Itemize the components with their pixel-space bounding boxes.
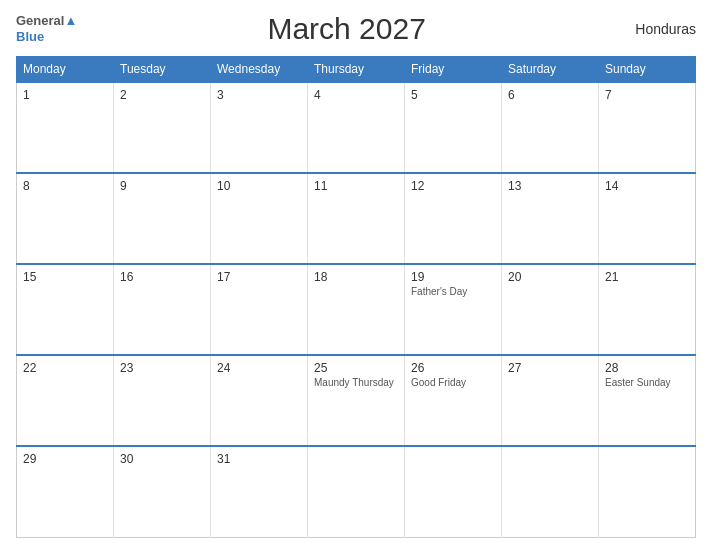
calendar-cell — [599, 446, 696, 537]
day-number: 18 — [314, 270, 398, 284]
calendar-cell — [308, 446, 405, 537]
day-number: 6 — [508, 88, 592, 102]
calendar-event: Maundy Thursday — [314, 377, 398, 388]
col-saturday: Saturday — [502, 57, 599, 83]
col-tuesday: Tuesday — [114, 57, 211, 83]
calendar-cell: 25Maundy Thursday — [308, 355, 405, 446]
calendar-cell: 18 — [308, 264, 405, 355]
calendar-cell: 30 — [114, 446, 211, 537]
day-number: 27 — [508, 361, 592, 375]
col-thursday: Thursday — [308, 57, 405, 83]
calendar-cell: 6 — [502, 82, 599, 173]
calendar-cell: 12 — [405, 173, 502, 264]
day-number: 11 — [314, 179, 398, 193]
calendar-cell: 11 — [308, 173, 405, 264]
day-number: 29 — [23, 452, 107, 466]
day-number: 30 — [120, 452, 204, 466]
day-number: 21 — [605, 270, 689, 284]
calendar-cell: 15 — [17, 264, 114, 355]
header: General▲ Blue March 2027 Honduras — [16, 12, 696, 46]
day-number: 14 — [605, 179, 689, 193]
calendar-event: Good Friday — [411, 377, 495, 388]
calendar-cell: 22 — [17, 355, 114, 446]
calendar-cell: 2 — [114, 82, 211, 173]
calendar-cell: 26Good Friday — [405, 355, 502, 446]
calendar-cell: 31 — [211, 446, 308, 537]
day-number: 13 — [508, 179, 592, 193]
week-row-2: 891011121314 — [17, 173, 696, 264]
col-wednesday: Wednesday — [211, 57, 308, 83]
calendar-cell: 23 — [114, 355, 211, 446]
day-number: 25 — [314, 361, 398, 375]
calendar-cell: 21 — [599, 264, 696, 355]
day-number: 24 — [217, 361, 301, 375]
day-number: 4 — [314, 88, 398, 102]
day-number: 12 — [411, 179, 495, 193]
calendar-cell: 3 — [211, 82, 308, 173]
calendar-cell: 19Father's Day — [405, 264, 502, 355]
country-label: Honduras — [616, 21, 696, 37]
day-number: 8 — [23, 179, 107, 193]
day-header-row: Monday Tuesday Wednesday Thursday Friday… — [17, 57, 696, 83]
day-number: 20 — [508, 270, 592, 284]
day-number: 19 — [411, 270, 495, 284]
week-row-3: 1516171819Father's Day2021 — [17, 264, 696, 355]
calendar-event: Father's Day — [411, 286, 495, 297]
col-friday: Friday — [405, 57, 502, 83]
calendar-cell: 9 — [114, 173, 211, 264]
day-number: 1 — [23, 88, 107, 102]
logo: General▲ Blue — [16, 13, 77, 44]
week-row-1: 1234567 — [17, 82, 696, 173]
calendar-cell: 24 — [211, 355, 308, 446]
day-number: 16 — [120, 270, 204, 284]
calendar-cell: 27 — [502, 355, 599, 446]
day-number: 28 — [605, 361, 689, 375]
calendar-cell: 16 — [114, 264, 211, 355]
calendar-cell: 5 — [405, 82, 502, 173]
day-number: 7 — [605, 88, 689, 102]
day-number: 23 — [120, 361, 204, 375]
day-number: 3 — [217, 88, 301, 102]
day-number: 31 — [217, 452, 301, 466]
page: General▲ Blue March 2027 Honduras Monday… — [0, 0, 712, 550]
calendar-cell: 1 — [17, 82, 114, 173]
day-number: 9 — [120, 179, 204, 193]
day-number: 5 — [411, 88, 495, 102]
day-number: 26 — [411, 361, 495, 375]
day-number: 22 — [23, 361, 107, 375]
day-number: 2 — [120, 88, 204, 102]
calendar-cell: 4 — [308, 82, 405, 173]
calendar-cell: 7 — [599, 82, 696, 173]
calendar-cell: 13 — [502, 173, 599, 264]
page-title: March 2027 — [77, 12, 616, 46]
logo-text: General▲ Blue — [16, 13, 77, 44]
calendar-cell: 14 — [599, 173, 696, 264]
day-number: 15 — [23, 270, 107, 284]
calendar-cell — [502, 446, 599, 537]
col-sunday: Sunday — [599, 57, 696, 83]
week-row-4: 22232425Maundy Thursday26Good Friday2728… — [17, 355, 696, 446]
calendar-table: Monday Tuesday Wednesday Thursday Friday… — [16, 56, 696, 538]
week-row-5: 293031 — [17, 446, 696, 537]
calendar-cell — [405, 446, 502, 537]
day-number: 10 — [217, 179, 301, 193]
calendar-cell: 20 — [502, 264, 599, 355]
calendar-cell: 8 — [17, 173, 114, 264]
col-monday: Monday — [17, 57, 114, 83]
calendar-cell: 29 — [17, 446, 114, 537]
calendar-cell: 28Easter Sunday — [599, 355, 696, 446]
day-number: 17 — [217, 270, 301, 284]
calendar-cell: 17 — [211, 264, 308, 355]
calendar-event: Easter Sunday — [605, 377, 689, 388]
calendar-cell: 10 — [211, 173, 308, 264]
